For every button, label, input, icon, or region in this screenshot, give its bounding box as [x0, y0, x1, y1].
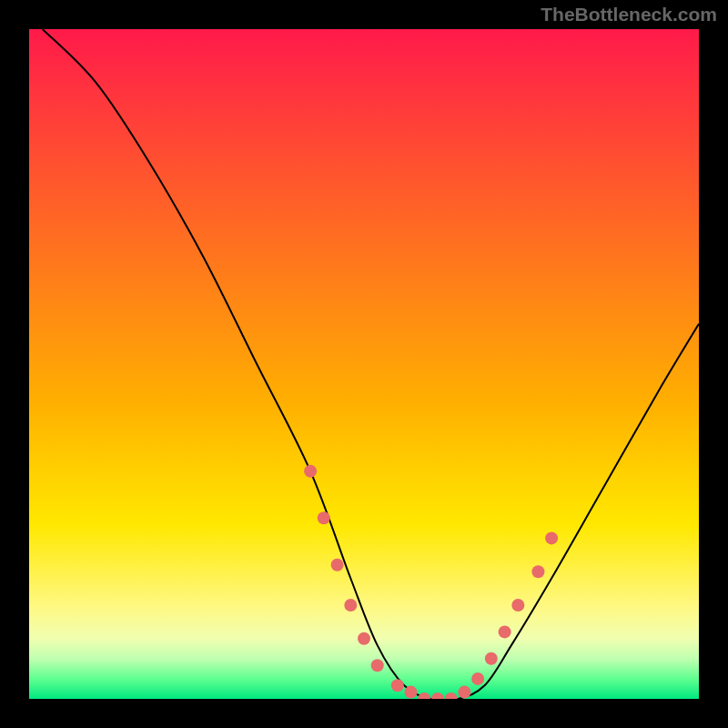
highlight-dot: [431, 693, 444, 699]
bottleneck-curve-path: [43, 29, 699, 699]
highlight-markers: [304, 465, 558, 699]
highlight-dot: [344, 599, 357, 612]
chart-plot-area: [29, 29, 699, 699]
highlight-dot: [391, 679, 404, 692]
chart-svg: [29, 29, 699, 699]
highlight-dot: [511, 599, 524, 612]
highlight-dot: [471, 672, 484, 685]
highlight-dot: [304, 465, 317, 478]
highlight-dot: [331, 559, 344, 571]
highlight-dot: [545, 531, 558, 544]
highlight-dot: [445, 693, 458, 699]
highlight-dot: [531, 565, 544, 578]
highlight-dot: [371, 659, 384, 672]
highlight-dot: [358, 632, 370, 645]
highlight-dot: [458, 686, 470, 699]
highlight-dot: [499, 625, 511, 638]
highlight-dot: [318, 511, 330, 524]
highlight-dot: [418, 693, 430, 699]
highlight-dot: [405, 686, 418, 699]
watermark-text: TheBottleneck.com: [541, 4, 717, 25]
highlight-dot: [485, 652, 498, 665]
